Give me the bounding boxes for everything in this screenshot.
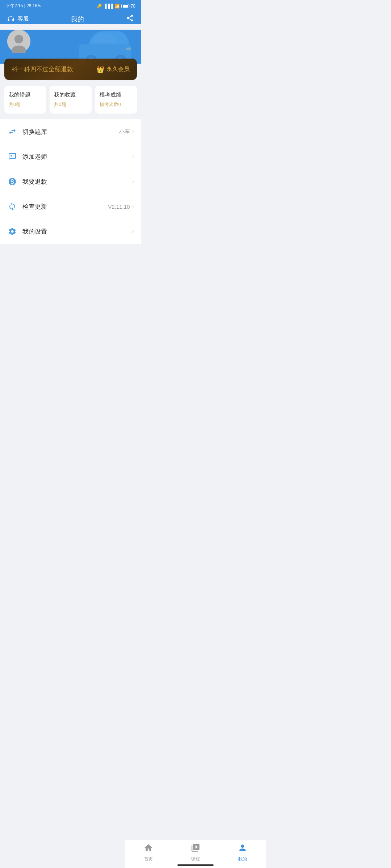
battery-level: 70 — [131, 4, 135, 9]
svg-rect-10 — [77, 46, 80, 48]
chevron-icon-3: › — [132, 178, 134, 185]
stats-section: 我的错题 共0题 我的收藏 共0题 模考成绩 模考次数0 — [0, 80, 141, 119]
exam-results-title: 模考成绩 — [100, 92, 133, 98]
svg-point-1 — [14, 35, 23, 43]
user-avatar[interactable] — [7, 30, 30, 53]
exam-results-card[interactable]: 模考成绩 模考次数0 — [95, 86, 137, 114]
app-header: 客服 我的 — [0, 11, 141, 24]
vip-member-section: 👑 永久会员 — [96, 65, 130, 73]
status-icons: 🔑 ▐▐▐ 📶 70 — [97, 4, 135, 9]
wrong-questions-card[interactable]: 我的错题 共0题 — [4, 86, 46, 114]
favorites-card[interactable]: 我的收藏 共0题 — [50, 86, 91, 114]
headset-icon — [7, 16, 14, 23]
wrong-questions-value: 共0题 — [9, 101, 42, 108]
share-button[interactable] — [126, 14, 134, 24]
chevron-icon: › — [132, 128, 134, 135]
switch-bank-label: 切换题库 — [22, 128, 119, 136]
share-icon — [126, 14, 134, 22]
content-area: 我的错题 共0题 我的收藏 共0题 模考成绩 模考次数0 切换题库 小车 › — [0, 80, 141, 276]
wifi-icon: 📶 — [114, 4, 120, 9]
chevron-icon-5: › — [132, 228, 134, 235]
chevron-icon-4: › — [132, 203, 134, 210]
update-item[interactable]: 检查更新 V2.11.10 › — [0, 194, 141, 219]
status-bar: 下午2:15 | 28.1K/s 🔑 ▐▐▐ 📶 70 — [0, 0, 141, 11]
settings-label: 我的设置 — [22, 227, 130, 236]
update-label: 检查更新 — [22, 203, 108, 211]
status-time: 下午2:15 | 28.1K/s — [6, 3, 41, 9]
refund-label: 我要退款 — [22, 178, 130, 186]
crown-icon: 👑 — [96, 65, 104, 73]
switch-bank-value: 小车 — [119, 128, 130, 135]
vip-refund-text: 科一科四不过全额退款 — [12, 65, 73, 73]
teacher-icon — [7, 152, 17, 162]
chevron-icon-2: › — [132, 153, 134, 160]
key-icon: 🔑 — [97, 4, 102, 9]
add-teacher-item[interactable]: 添加老师 › — [0, 144, 141, 169]
refund-icon — [7, 176, 17, 187]
customer-service-button[interactable]: 客服 — [7, 15, 29, 23]
customer-service-label: 客服 — [17, 15, 29, 23]
page-title: 我的 — [71, 15, 84, 24]
switch-icon — [7, 127, 17, 137]
vip-banner[interactable]: 科一科四不过全额退款 👑 永久会员 — [4, 59, 137, 80]
vip-member-label: 永久会员 — [106, 65, 130, 73]
refund-item[interactable]: 我要退款 › — [0, 169, 141, 194]
svg-point-11 — [10, 155, 12, 157]
add-teacher-label: 添加老师 — [22, 153, 130, 161]
battery-icon — [121, 4, 129, 8]
header-nav: 客服 我的 — [7, 14, 134, 24]
update-version: V2.11.10 — [108, 204, 130, 210]
menu-section: 切换题库 小车 › 添加老师 › 我要退款 — [0, 119, 141, 244]
exam-results-value: 模考次数0 — [100, 101, 133, 108]
favorites-value: 共0题 — [54, 101, 87, 108]
avatar-icon — [7, 30, 30, 53]
signal-icon: ▐▐▐ — [104, 4, 113, 9]
svg-rect-9 — [126, 48, 131, 50]
wrong-questions-title: 我的错题 — [9, 92, 42, 98]
favorites-title: 我的收藏 — [54, 92, 87, 98]
update-icon — [7, 201, 17, 212]
switch-bank-item[interactable]: 切换题库 小车 › — [0, 119, 141, 144]
settings-item[interactable]: 我的设置 › — [0, 219, 141, 244]
settings-icon — [7, 226, 17, 237]
